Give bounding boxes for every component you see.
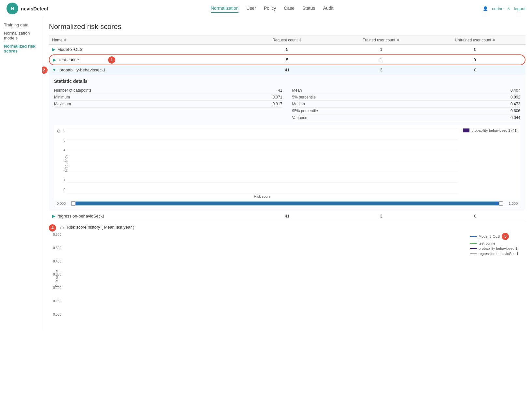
- logo-name: nevisDetect: [21, 6, 48, 11]
- legend-label: Model-3-OLS: [479, 234, 500, 238]
- sidebar-item-training[interactable]: Training data: [4, 22, 38, 27]
- history-section: 4 ⚙ Risk score history ( Mean last year …: [49, 224, 525, 324]
- stat-row: 95% percentile 0.606: [292, 108, 521, 114]
- row-trained: 1: [334, 57, 428, 62]
- sidebar-item-norm-scores[interactable]: Normalized risk scores: [4, 44, 38, 53]
- row-collapse-icon: ▼: [52, 68, 56, 72]
- row-expand-icon: ▶: [52, 47, 55, 52]
- stat-left: Number of datapoints 41 Minimum 0.071 Ma…: [54, 87, 282, 121]
- badge-1: 1: [108, 56, 115, 64]
- range-slider[interactable]: 0.000 1.000: [54, 200, 520, 207]
- legend-color-swatch: [470, 248, 477, 249]
- sidebar: Training data Normalization models Norma…: [0, 17, 42, 329]
- row-request: 5: [240, 47, 334, 52]
- stat-value: 0.407: [510, 88, 520, 93]
- nav-normalization[interactable]: Normalization: [211, 4, 239, 13]
- y-tick: 6: [64, 128, 65, 132]
- slider-track[interactable]: [71, 202, 503, 205]
- y-tick: 0: [64, 188, 65, 192]
- username: corine: [492, 6, 503, 11]
- row-untrained: 0: [428, 214, 522, 218]
- stat-details-section: Statistic details Number of datapoints 4…: [49, 75, 525, 211]
- table-row[interactable]: ▶Model-3-OLS 5 1 0: [49, 45, 525, 54]
- legend-color-swatch: [470, 253, 477, 254]
- y-tick: 0.600: [53, 233, 61, 236]
- row-name: ▶Model-3-OLS: [52, 47, 240, 52]
- stat-row: Number of datapoints 41: [54, 87, 282, 94]
- main-content: Normalized risk scores Name ⇕ Request co…: [42, 17, 532, 329]
- slider-max-label: 1.000: [505, 202, 518, 205]
- y-tick: 0.000: [53, 313, 61, 316]
- col-untrained[interactable]: Untrained user count ⇕: [428, 38, 522, 42]
- legend-item-regression: regression-behavioSec-1: [470, 252, 525, 256]
- stat-row: Maximum 0.917: [54, 101, 282, 108]
- row-request: 41: [240, 214, 334, 218]
- stat-row: Median 0.473: [292, 101, 521, 108]
- slider-min-label: 0.000: [57, 202, 70, 205]
- table-row[interactable]: ▶ test-corine 1 5 1 0: [49, 54, 525, 65]
- nav-status[interactable]: Status: [302, 4, 315, 13]
- header: N nevisDetect Normalization User Policy …: [0, 0, 532, 17]
- col-request[interactable]: Request count ⇕: [240, 38, 334, 42]
- y-tick: 0.100: [53, 299, 61, 303]
- stat-label: Maximum: [54, 102, 71, 106]
- legend-color-swatch: [463, 128, 469, 132]
- nav-case[interactable]: Case: [284, 4, 295, 13]
- slider-left-handle[interactable]: [71, 201, 76, 206]
- settings-icon-history[interactable]: ⚙: [60, 225, 64, 231]
- col-trained[interactable]: Trained user count ⇕: [334, 38, 428, 42]
- logout-button[interactable]: logout: [514, 6, 525, 11]
- settings-icon[interactable]: ⚙: [57, 128, 61, 134]
- col-name[interactable]: Name ⇕: [52, 38, 240, 42]
- stat-value: 41: [278, 88, 282, 93]
- nav-audit[interactable]: Audit: [323, 4, 334, 13]
- nav-user[interactable]: User: [246, 4, 256, 13]
- stat-row: Mean 0.407: [292, 87, 521, 94]
- y-tick: 5: [64, 139, 65, 142]
- histogram-bars: [67, 128, 458, 194]
- row-name: ▶regression-behavioSec-1: [52, 214, 240, 218]
- row-trained: 1: [334, 47, 428, 52]
- y-tick: 4: [64, 148, 65, 152]
- main-nav: Normalization User Policy Case Status Au…: [61, 4, 483, 13]
- stat-grid: Number of datapoints 41 Minimum 0.071 Ma…: [54, 87, 520, 121]
- legend-label: regression-behavioSec-1: [479, 252, 518, 256]
- stat-right: Mean 0.407 5% percentile 0.092 Median 0.…: [292, 87, 521, 121]
- row-expand-icon: ▶: [53, 57, 56, 62]
- legend-item-model3: Model-3-OLS 5: [470, 233, 525, 240]
- row-expand-icon: ▶: [52, 214, 55, 218]
- data-table: Name ⇕ Request count ⇕ Trained user coun…: [49, 36, 525, 221]
- x-axis-label: Risk score: [67, 194, 458, 198]
- stat-value: 0.473: [510, 102, 520, 106]
- table-row[interactable]: 2 ▼ probability-behaviosec-1 41 3 0: [49, 65, 525, 75]
- user-icon: 👤: [483, 6, 488, 11]
- logout-icon: ⎋: [508, 6, 510, 11]
- nav-policy[interactable]: Policy: [264, 4, 276, 13]
- page-title: Normalized risk scores: [49, 22, 525, 31]
- logo-icon: N: [7, 3, 18, 14]
- stat-label: Number of datapoints: [54, 88, 92, 93]
- legend-color-swatch: [470, 236, 477, 237]
- stat-label: 95% percentile: [292, 109, 318, 113]
- stat-value: 0.071: [272, 95, 282, 99]
- row-name: 2 ▼ probability-behaviosec-1: [52, 68, 240, 72]
- stat-label: Minimum: [54, 95, 70, 99]
- legend-item-testcorine: test-corine: [470, 241, 525, 245]
- histogram-legend: probability-behaviosec-1 (41): [458, 128, 518, 198]
- stat-label: Variance: [292, 115, 307, 120]
- legend-item-probability: probability-behaviosec-1: [470, 247, 525, 250]
- badge-2: 2: [42, 67, 48, 74]
- slider-right-handle[interactable]: [499, 201, 503, 206]
- stat-value: 0.044: [510, 115, 520, 120]
- stat-title: Statistic details: [54, 79, 520, 84]
- stat-label: 5% percentile: [292, 95, 316, 99]
- y-tick: 0.500: [53, 246, 61, 250]
- sidebar-item-norm-models[interactable]: Normalization models: [4, 31, 38, 40]
- table-row[interactable]: ▶regression-behavioSec-1 41 3 0: [49, 211, 525, 221]
- row-trained: 3: [334, 214, 428, 218]
- row-name: ▶ test-corine 1: [53, 57, 240, 62]
- history-chart-wrapper: 0.600 0.500 0.400 0.300 0.200 0.100 0.00…: [49, 233, 525, 324]
- y-tick: 1: [64, 178, 65, 182]
- y-axis-label: Risk score: [55, 270, 59, 287]
- logo-area: N nevisDetect: [7, 3, 48, 14]
